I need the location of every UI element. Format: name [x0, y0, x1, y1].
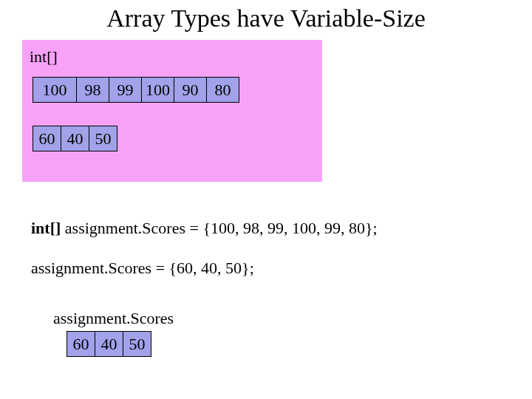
array-row-2: 60 40 50 [33, 126, 117, 151]
type-label: int[] [30, 47, 58, 66]
code-line-2: assignment.Scores = {60, 40, 50}; [31, 259, 254, 278]
code-line-1: int[] assignment.Scores = {100, 98, 99, … [31, 219, 378, 238]
array-cell: 40 [61, 126, 89, 151]
pink-panel: int[] 100 98 99 100 90 80 60 40 50 [22, 40, 322, 182]
array-row-3: 60 40 50 [66, 331, 151, 357]
keyword: int[] [31, 219, 61, 237]
array-cell: 50 [89, 126, 117, 151]
array-cell: 40 [95, 331, 123, 357]
array-cell: 90 [174, 77, 207, 103]
array-cell: 60 [66, 331, 95, 357]
array-cell: 99 [109, 77, 142, 103]
code-text: assignment.Scores = {100, 98, 99, 100, 9… [61, 219, 377, 237]
array-cell: 100 [141, 77, 174, 103]
array-cell: 80 [206, 77, 239, 103]
array-cell: 98 [76, 77, 109, 103]
var-label: assignment.Scores [53, 309, 174, 328]
page-title: Array Types have Variable-Size [0, 0, 532, 37]
array-cell: 60 [33, 126, 61, 151]
array-row-1: 100 98 99 100 90 80 [33, 77, 239, 103]
white-panel: assignment.Scores 60 40 50 [40, 303, 322, 375]
array-cell: 100 [33, 77, 77, 103]
array-cell: 50 [123, 331, 151, 357]
